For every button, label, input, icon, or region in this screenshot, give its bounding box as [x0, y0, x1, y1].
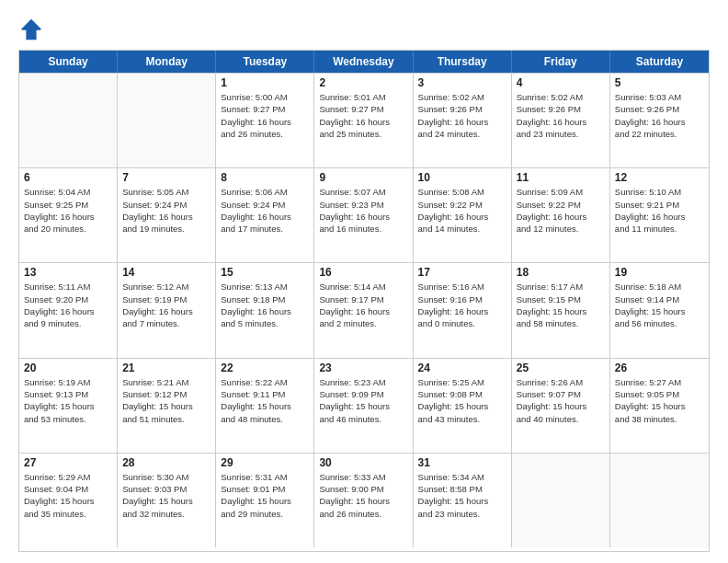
day-info: Sunrise: 5:05 AM Sunset: 9:24 PM Dayligh…	[122, 186, 210, 235]
day-info: Sunrise: 5:06 AM Sunset: 9:24 PM Dayligh…	[221, 186, 309, 235]
calendar-cell-2-2: 15Sunrise: 5:13 AM Sunset: 9:18 PM Dayli…	[216, 263, 314, 357]
day-number: 25	[517, 362, 605, 374]
day-info: Sunrise: 5:31 AM Sunset: 9:01 PM Dayligh…	[221, 471, 309, 520]
day-number: 13	[24, 266, 112, 279]
calendar-cell-1-1: 7Sunrise: 5:05 AM Sunset: 9:24 PM Daylig…	[118, 168, 216, 262]
calendar-cell-1-6: 12Sunrise: 5:10 AM Sunset: 9:21 PM Dayli…	[610, 168, 709, 262]
weekday-header-wednesday: Wednesday	[314, 51, 413, 73]
calendar-cell-1-0: 6Sunrise: 5:04 AM Sunset: 9:25 PM Daylig…	[19, 168, 118, 262]
calendar-cell-3-5: 25Sunrise: 5:26 AM Sunset: 9:07 PM Dayli…	[512, 359, 610, 453]
day-number: 31	[418, 456, 506, 469]
day-number: 30	[319, 456, 407, 469]
day-info: Sunrise: 5:34 AM Sunset: 8:58 PM Dayligh…	[418, 471, 506, 520]
day-number: 27	[24, 456, 112, 469]
day-info: Sunrise: 5:12 AM Sunset: 9:19 PM Dayligh…	[122, 281, 210, 329]
calendar-cell-2-1: 14Sunrise: 5:12 AM Sunset: 9:19 PM Dayli…	[118, 263, 216, 357]
weekday-header-monday: Monday	[118, 51, 216, 73]
calendar-cell-4-6	[610, 454, 709, 547]
day-number: 21	[122, 362, 210, 374]
weekday-header-saturday: Saturday	[610, 51, 709, 73]
day-number: 8	[221, 171, 309, 184]
calendar-cell-1-3: 9Sunrise: 5:07 AM Sunset: 9:23 PM Daylig…	[314, 168, 413, 262]
day-number: 23	[319, 362, 407, 374]
day-number: 15	[221, 266, 309, 279]
logo-icon	[18, 17, 44, 42]
day-info: Sunrise: 5:09 AM Sunset: 9:22 PM Dayligh…	[517, 186, 605, 235]
calendar-header: SundayMondayTuesdayWednesdayThursdayFrid…	[19, 51, 709, 73]
day-number: 20	[24, 362, 112, 374]
calendar-cell-0-1	[118, 74, 216, 167]
day-info: Sunrise: 5:10 AM Sunset: 9:21 PM Dayligh…	[615, 186, 704, 235]
calendar-cell-0-6: 5Sunrise: 5:03 AM Sunset: 9:26 PM Daylig…	[610, 74, 709, 167]
calendar-cell-2-4: 17Sunrise: 5:16 AM Sunset: 9:16 PM Dayli…	[414, 263, 512, 357]
calendar-row-4: 27Sunrise: 5:29 AM Sunset: 9:04 PM Dayli…	[19, 453, 709, 547]
calendar-row-1: 6Sunrise: 5:04 AM Sunset: 9:25 PM Daylig…	[19, 167, 709, 262]
calendar-cell-0-5: 4Sunrise: 5:02 AM Sunset: 9:26 PM Daylig…	[512, 74, 610, 167]
day-number: 1	[221, 76, 309, 89]
page: SundayMondayTuesdayWednesdayThursdayFrid…	[0, 0, 728, 563]
day-info: Sunrise: 5:14 AM Sunset: 9:17 PM Dayligh…	[319, 281, 407, 329]
day-info: Sunrise: 5:17 AM Sunset: 9:15 PM Dayligh…	[517, 281, 605, 329]
day-info: Sunrise: 5:13 AM Sunset: 9:18 PM Dayligh…	[221, 281, 309, 329]
calendar-cell-4-3: 30Sunrise: 5:33 AM Sunset: 9:00 PM Dayli…	[314, 454, 413, 547]
weekday-header-sunday: Sunday	[19, 51, 118, 73]
calendar-row-3: 20Sunrise: 5:19 AM Sunset: 9:13 PM Dayli…	[19, 358, 709, 453]
day-info: Sunrise: 5:16 AM Sunset: 9:16 PM Dayligh…	[418, 281, 506, 329]
day-info: Sunrise: 5:18 AM Sunset: 9:14 PM Dayligh…	[615, 281, 704, 329]
calendar-cell-4-1: 28Sunrise: 5:30 AM Sunset: 9:03 PM Dayli…	[118, 454, 216, 547]
calendar-cell-0-4: 3Sunrise: 5:02 AM Sunset: 9:26 PM Daylig…	[414, 74, 512, 167]
day-info: Sunrise: 5:03 AM Sunset: 9:26 PM Dayligh…	[615, 91, 704, 140]
day-number: 6	[24, 171, 112, 184]
calendar-cell-3-0: 20Sunrise: 5:19 AM Sunset: 9:13 PM Dayli…	[19, 359, 118, 453]
day-number: 3	[418, 76, 506, 89]
calendar-row-2: 13Sunrise: 5:11 AM Sunset: 9:20 PM Dayli…	[19, 262, 709, 357]
calendar: SundayMondayTuesdayWednesdayThursdayFrid…	[18, 50, 710, 552]
day-info: Sunrise: 5:02 AM Sunset: 9:26 PM Dayligh…	[517, 91, 605, 140]
day-info: Sunrise: 5:02 AM Sunset: 9:26 PM Dayligh…	[418, 91, 506, 140]
calendar-cell-4-4: 31Sunrise: 5:34 AM Sunset: 8:58 PM Dayli…	[414, 454, 512, 547]
day-info: Sunrise: 5:19 AM Sunset: 9:13 PM Dayligh…	[24, 376, 112, 425]
day-info: Sunrise: 5:26 AM Sunset: 9:07 PM Dayligh…	[517, 376, 605, 425]
day-number: 9	[319, 171, 407, 184]
calendar-cell-3-4: 24Sunrise: 5:25 AM Sunset: 9:08 PM Dayli…	[414, 359, 512, 453]
calendar-cell-0-0	[19, 74, 118, 167]
day-number: 5	[615, 76, 704, 89]
day-number: 26	[615, 362, 704, 374]
day-info: Sunrise: 5:22 AM Sunset: 9:11 PM Dayligh…	[221, 376, 309, 425]
day-info: Sunrise: 5:33 AM Sunset: 9:00 PM Dayligh…	[319, 471, 407, 520]
day-info: Sunrise: 5:25 AM Sunset: 9:08 PM Dayligh…	[418, 376, 506, 425]
calendar-cell-1-5: 11Sunrise: 5:09 AM Sunset: 9:22 PM Dayli…	[512, 168, 610, 262]
calendar-cell-1-2: 8Sunrise: 5:06 AM Sunset: 9:24 PM Daylig…	[216, 168, 314, 262]
calendar-cell-3-6: 26Sunrise: 5:27 AM Sunset: 9:05 PM Dayli…	[610, 359, 709, 453]
logo	[18, 17, 48, 42]
day-info: Sunrise: 5:30 AM Sunset: 9:03 PM Dayligh…	[122, 471, 210, 520]
calendar-cell-0-3: 2Sunrise: 5:01 AM Sunset: 9:27 PM Daylig…	[314, 74, 413, 167]
day-number: 24	[418, 362, 506, 374]
calendar-cell-2-0: 13Sunrise: 5:11 AM Sunset: 9:20 PM Dayli…	[19, 263, 118, 357]
day-info: Sunrise: 5:27 AM Sunset: 9:05 PM Dayligh…	[615, 376, 704, 425]
day-number: 12	[615, 171, 704, 184]
day-number: 11	[517, 171, 605, 184]
calendar-cell-3-2: 22Sunrise: 5:22 AM Sunset: 9:11 PM Dayli…	[216, 359, 314, 453]
day-info: Sunrise: 5:21 AM Sunset: 9:12 PM Dayligh…	[122, 376, 210, 425]
calendar-cell-4-2: 29Sunrise: 5:31 AM Sunset: 9:01 PM Dayli…	[216, 454, 314, 547]
calendar-cell-2-3: 16Sunrise: 5:14 AM Sunset: 9:17 PM Dayli…	[314, 263, 413, 357]
weekday-header-thursday: Thursday	[414, 51, 512, 73]
day-number: 22	[221, 362, 309, 374]
day-info: Sunrise: 5:01 AM Sunset: 9:27 PM Dayligh…	[319, 91, 407, 140]
day-number: 19	[615, 266, 704, 279]
calendar-row-0: 1Sunrise: 5:00 AM Sunset: 9:27 PM Daylig…	[19, 73, 709, 167]
day-number: 10	[418, 171, 506, 184]
day-number: 17	[418, 266, 506, 279]
calendar-body: 1Sunrise: 5:00 AM Sunset: 9:27 PM Daylig…	[19, 73, 709, 547]
day-info: Sunrise: 5:04 AM Sunset: 9:25 PM Dayligh…	[24, 186, 112, 235]
day-info: Sunrise: 5:29 AM Sunset: 9:04 PM Dayligh…	[24, 471, 112, 520]
day-number: 18	[517, 266, 605, 279]
calendar-cell-2-5: 18Sunrise: 5:17 AM Sunset: 9:15 PM Dayli…	[512, 263, 610, 357]
calendar-cell-3-1: 21Sunrise: 5:21 AM Sunset: 9:12 PM Dayli…	[118, 359, 216, 453]
weekday-header-friday: Friday	[512, 51, 610, 73]
day-info: Sunrise: 5:11 AM Sunset: 9:20 PM Dayligh…	[24, 281, 112, 329]
day-number: 16	[319, 266, 407, 279]
calendar-cell-4-5	[512, 454, 610, 547]
day-number: 4	[517, 76, 605, 89]
